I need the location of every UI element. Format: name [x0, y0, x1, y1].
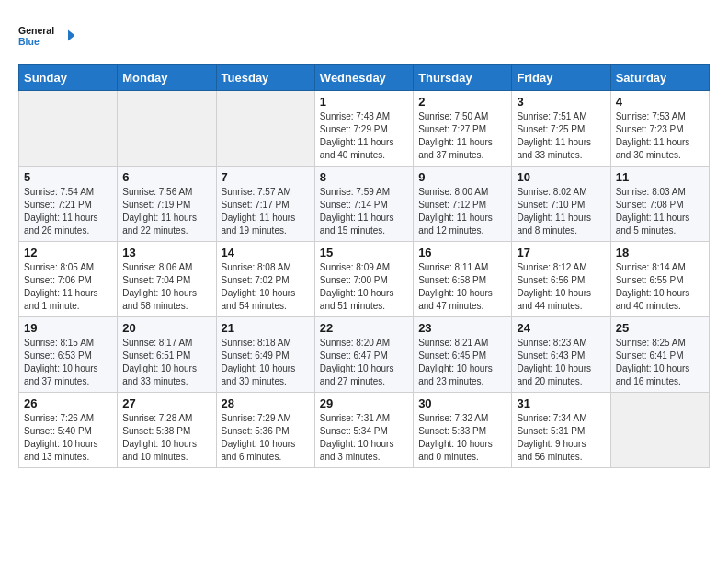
calendar-day-cell: 1Sunrise: 7:48 AMSunset: 7:29 PMDaylight…: [314, 91, 413, 167]
calendar-day-cell: 11Sunrise: 8:03 AMSunset: 7:08 PMDayligh…: [610, 167, 709, 242]
day-number: 11: [616, 170, 704, 184]
day-info: Sunrise: 8:17 AMSunset: 6:51 PMDaylight:…: [122, 337, 210, 388]
calendar-week-row: 12Sunrise: 8:05 AMSunset: 7:06 PMDayligh…: [19, 242, 710, 317]
day-info: Sunrise: 7:57 AMSunset: 7:17 PMDaylight:…: [222, 186, 310, 237]
svg-marker-2: [68, 30, 74, 41]
day-info: Sunrise: 7:51 AMSunset: 7:25 PMDaylight:…: [517, 110, 605, 162]
day-info: Sunrise: 7:48 AMSunset: 7:29 PMDaylight:…: [320, 110, 408, 162]
calendar-day-cell: 3Sunrise: 7:51 AMSunset: 7:25 PMDaylight…: [512, 91, 610, 167]
day-number: 19: [24, 321, 112, 335]
day-info: Sunrise: 8:21 AMSunset: 6:45 PMDaylight:…: [418, 337, 506, 388]
day-number: 3: [517, 95, 605, 109]
weekday-label: Saturday: [610, 65, 709, 91]
day-number: 22: [320, 321, 408, 335]
calendar-day-cell: [610, 393, 709, 468]
calendar-day-cell: 6Sunrise: 7:56 AMSunset: 7:19 PMDaylight…: [118, 167, 216, 242]
calendar-day-cell: 14Sunrise: 8:08 AMSunset: 7:02 PMDayligh…: [216, 242, 314, 317]
day-info: Sunrise: 7:31 AMSunset: 5:34 PMDaylight:…: [320, 412, 408, 464]
day-info: Sunrise: 7:28 AMSunset: 5:38 PMDaylight:…: [122, 412, 210, 464]
day-info: Sunrise: 8:15 AMSunset: 6:53 PMDaylight:…: [24, 337, 112, 388]
calendar-day-cell: 4Sunrise: 7:53 AMSunset: 7:23 PMDaylight…: [610, 91, 709, 167]
day-number: 26: [24, 396, 112, 410]
calendar-day-cell: 29Sunrise: 7:31 AMSunset: 5:34 PMDayligh…: [314, 393, 413, 468]
weekday-label: Friday: [512, 65, 610, 91]
calendar-day-cell: 19Sunrise: 8:15 AMSunset: 6:53 PMDayligh…: [19, 317, 118, 393]
calendar-day-cell: 10Sunrise: 8:02 AMSunset: 7:10 PMDayligh…: [512, 167, 610, 242]
svg-text:Blue: Blue: [18, 36, 40, 47]
day-info: Sunrise: 8:02 AMSunset: 7:10 PMDaylight:…: [517, 186, 605, 237]
day-info: Sunrise: 8:18 AMSunset: 6:49 PMDaylight:…: [222, 337, 310, 388]
day-info: Sunrise: 7:26 AMSunset: 5:40 PMDaylight:…: [24, 412, 112, 464]
calendar-week-row: 5Sunrise: 7:54 AMSunset: 7:21 PMDaylight…: [19, 167, 710, 242]
calendar-day-cell: 7Sunrise: 7:57 AMSunset: 7:17 PMDaylight…: [216, 167, 314, 242]
calendar-body: 1Sunrise: 7:48 AMSunset: 7:29 PMDaylight…: [19, 91, 710, 468]
day-info: Sunrise: 8:23 AMSunset: 6:43 PMDaylight:…: [517, 337, 605, 388]
calendar-day-cell: 18Sunrise: 8:14 AMSunset: 6:55 PMDayligh…: [610, 242, 709, 317]
day-info: Sunrise: 8:08 AMSunset: 7:02 PMDaylight:…: [222, 261, 310, 313]
day-info: Sunrise: 8:12 AMSunset: 6:56 PMDaylight:…: [517, 261, 605, 313]
day-info: Sunrise: 8:05 AMSunset: 7:06 PMDaylight:…: [24, 261, 112, 313]
day-number: 14: [222, 246, 310, 259]
calendar-day-cell: 26Sunrise: 7:26 AMSunset: 5:40 PMDayligh…: [19, 393, 118, 468]
day-number: 10: [517, 170, 605, 184]
day-number: 15: [320, 246, 408, 259]
calendar-day-cell: 17Sunrise: 8:12 AMSunset: 6:56 PMDayligh…: [512, 242, 610, 317]
calendar-day-cell: 23Sunrise: 8:21 AMSunset: 6:45 PMDayligh…: [414, 317, 512, 393]
calendar-day-cell: 12Sunrise: 8:05 AMSunset: 7:06 PMDayligh…: [19, 242, 118, 317]
day-info: Sunrise: 7:56 AMSunset: 7:19 PMDaylight:…: [122, 186, 210, 237]
calendar-table: SundayMondayTuesdayWednesdayThursdayFrid…: [18, 64, 710, 468]
day-number: 7: [222, 170, 310, 184]
calendar-day-cell: 21Sunrise: 8:18 AMSunset: 6:49 PMDayligh…: [216, 317, 314, 393]
day-number: 12: [24, 246, 112, 259]
calendar-day-cell: 28Sunrise: 7:29 AMSunset: 5:36 PMDayligh…: [216, 393, 314, 468]
day-info: Sunrise: 7:34 AMSunset: 5:31 PMDaylight:…: [517, 412, 605, 464]
day-info: Sunrise: 8:03 AMSunset: 7:08 PMDaylight:…: [616, 186, 704, 237]
day-number: 28: [222, 396, 310, 410]
calendar-day-cell: 5Sunrise: 7:54 AMSunset: 7:21 PMDaylight…: [19, 167, 118, 242]
logo-icon: General Blue: [18, 18, 74, 55]
day-info: Sunrise: 7:59 AMSunset: 7:14 PMDaylight:…: [320, 186, 408, 237]
calendar-week-row: 19Sunrise: 8:15 AMSunset: 6:53 PMDayligh…: [19, 317, 710, 393]
weekday-label: Tuesday: [216, 65, 314, 91]
day-number: 8: [320, 170, 408, 184]
calendar-day-cell: 31Sunrise: 7:34 AMSunset: 5:31 PMDayligh…: [512, 393, 610, 468]
day-number: 2: [418, 95, 506, 109]
day-number: 6: [122, 170, 210, 184]
day-number: 13: [122, 246, 210, 259]
day-info: Sunrise: 7:29 AMSunset: 5:36 PMDaylight:…: [222, 412, 310, 464]
day-number: 23: [418, 321, 506, 335]
page-header: General Blue: [18, 18, 710, 55]
weekday-label: Sunday: [19, 65, 118, 91]
weekday-label: Monday: [118, 65, 216, 91]
calendar-week-row: 1Sunrise: 7:48 AMSunset: 7:29 PMDaylight…: [19, 91, 710, 167]
day-number: 1: [320, 95, 408, 109]
day-number: 5: [24, 170, 112, 184]
calendar-day-cell: 2Sunrise: 7:50 AMSunset: 7:27 PMDaylight…: [414, 91, 512, 167]
day-number: 20: [122, 321, 210, 335]
weekday-label: Thursday: [414, 65, 512, 91]
weekday-label: Wednesday: [314, 65, 413, 91]
day-info: Sunrise: 7:53 AMSunset: 7:23 PMDaylight:…: [616, 110, 704, 162]
day-number: 16: [418, 246, 506, 259]
calendar-day-cell: 22Sunrise: 8:20 AMSunset: 6:47 PMDayligh…: [314, 317, 413, 393]
day-number: 17: [517, 246, 605, 259]
day-info: Sunrise: 7:54 AMSunset: 7:21 PMDaylight:…: [24, 186, 112, 237]
calendar-day-cell: 30Sunrise: 7:32 AMSunset: 5:33 PMDayligh…: [414, 393, 512, 468]
calendar-day-cell: [19, 91, 118, 167]
day-info: Sunrise: 7:50 AMSunset: 7:27 PMDaylight:…: [418, 110, 506, 162]
day-number: 27: [122, 396, 210, 410]
day-info: Sunrise: 8:09 AMSunset: 7:00 PMDaylight:…: [320, 261, 408, 313]
day-number: 9: [418, 170, 506, 184]
calendar-week-row: 26Sunrise: 7:26 AMSunset: 5:40 PMDayligh…: [19, 393, 710, 468]
day-info: Sunrise: 8:25 AMSunset: 6:41 PMDaylight:…: [616, 337, 704, 388]
day-number: 18: [616, 246, 704, 259]
day-info: Sunrise: 7:32 AMSunset: 5:33 PMDaylight:…: [418, 412, 506, 464]
day-number: 4: [616, 95, 704, 109]
day-number: 31: [517, 396, 605, 410]
calendar-day-cell: 20Sunrise: 8:17 AMSunset: 6:51 PMDayligh…: [118, 317, 216, 393]
day-number: 29: [320, 396, 408, 410]
calendar-day-cell: 8Sunrise: 7:59 AMSunset: 7:14 PMDaylight…: [314, 167, 413, 242]
calendar-day-cell: 24Sunrise: 8:23 AMSunset: 6:43 PMDayligh…: [512, 317, 610, 393]
logo: General Blue: [18, 18, 74, 55]
weekday-header-row: SundayMondayTuesdayWednesdayThursdayFrid…: [19, 65, 710, 91]
